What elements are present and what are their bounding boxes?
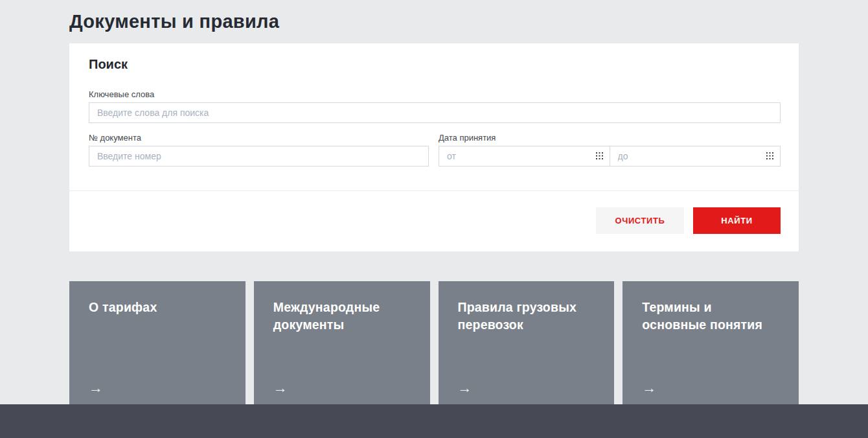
card-title: Международные документы bbox=[273, 299, 411, 334]
category-cards: О тарифах → Международные документы → Пр… bbox=[69, 281, 799, 404]
card-cargo-rules[interactable]: Правила грузовых перевозок → bbox=[439, 281, 615, 404]
arrow-right-icon[interactable]: → bbox=[89, 381, 103, 395]
card-tariffs[interactable]: О тарифах → bbox=[69, 281, 246, 404]
doc-number-label: № документа bbox=[89, 133, 141, 143]
card-international-documents[interactable]: Международные документы → bbox=[254, 281, 430, 404]
doc-number-input[interactable] bbox=[89, 146, 429, 167]
calendar-icon[interactable] bbox=[596, 152, 603, 159]
keywords-label: Ключевые слова bbox=[89, 89, 154, 99]
date-to-box bbox=[610, 146, 781, 167]
keywords-input[interactable] bbox=[89, 102, 781, 123]
clear-button[interactable]: ОЧИСТИТЬ bbox=[596, 207, 684, 234]
calendar-icon[interactable] bbox=[766, 152, 773, 159]
arrow-right-icon[interactable]: → bbox=[642, 381, 656, 395]
card-title: Термины и основные понятия bbox=[642, 299, 779, 334]
find-button[interactable]: НАЙТИ bbox=[693, 207, 781, 234]
arrow-right-icon[interactable]: → bbox=[273, 381, 288, 395]
page-footer bbox=[0, 404, 868, 438]
arrow-right-icon[interactable]: → bbox=[458, 381, 472, 395]
date-to-input[interactable] bbox=[610, 146, 781, 166]
search-panel: Поиск Ключевые слова № документа Дата пр… bbox=[69, 43, 799, 251]
panel-divider bbox=[69, 190, 799, 191]
card-title: О тарифах bbox=[89, 299, 226, 316]
date-from-box bbox=[439, 146, 610, 167]
card-terms-concepts[interactable]: Термины и основные понятия → bbox=[622, 281, 799, 404]
date-from-input[interactable] bbox=[439, 146, 610, 166]
page-title: Документы и правила bbox=[69, 11, 279, 32]
date-label: Дата принятия bbox=[439, 133, 496, 143]
search-heading: Поиск bbox=[89, 57, 128, 72]
date-range-group bbox=[439, 146, 781, 167]
card-title: Правила грузовых перевозок bbox=[458, 299, 595, 334]
